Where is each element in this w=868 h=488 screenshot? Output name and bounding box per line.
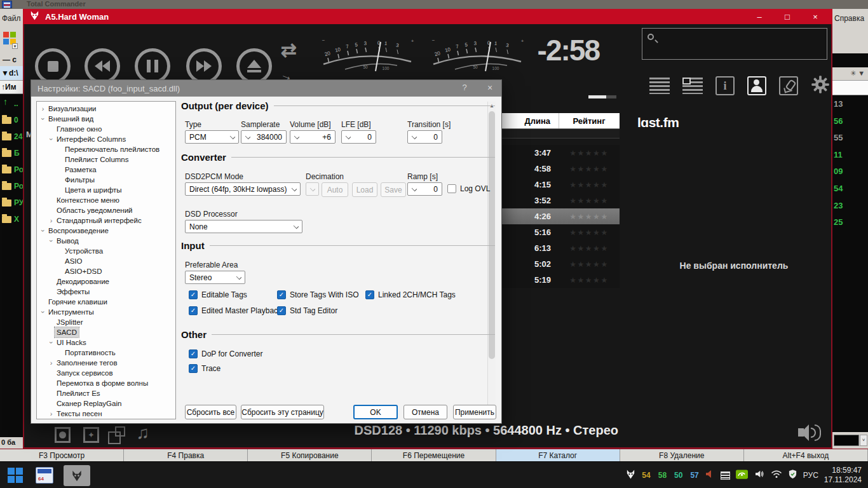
pause-button[interactable]: [135, 48, 170, 84]
nvidia-icon[interactable]: [736, 470, 748, 482]
playlist-header[interactable]: Длина Рейтинг: [501, 113, 620, 129]
cancel-button[interactable]: Отмена: [403, 405, 447, 419]
tc-menu-file[interactable]: Файл: [0, 9, 23, 28]
rating-stars-icon[interactable]: ★★★★★: [559, 228, 619, 237]
apply-button[interactable]: Применить: [453, 405, 496, 419]
playlist-row[interactable]: 5:16 ★★★★★: [501, 224, 620, 240]
tree-expander-icon[interactable]: [39, 226, 46, 236]
tc-file-row[interactable]: Ро: [0, 178, 23, 194]
tree-expander-icon[interactable]: [48, 236, 55, 246]
function-key-button[interactable]: F7 Каталог: [496, 449, 620, 461]
close-button[interactable]: ×: [811, 12, 820, 22]
stop-button[interactable]: [35, 48, 71, 84]
function-key-button[interactable]: F8 Удаление: [620, 449, 744, 461]
function-key-button[interactable]: F6 Перемещение: [372, 449, 496, 461]
checkbox[interactable]: ✓Store Tags With ISO: [277, 290, 365, 299]
next-button[interactable]: [186, 48, 222, 84]
tree-item[interactable]: ASIO+DSD: [37, 266, 175, 276]
playlist-row[interactable]: 5:02 ★★★★★: [501, 256, 620, 272]
tree-item[interactable]: Контекстное меню: [37, 195, 175, 205]
repeat-icon[interactable]: ⇄: [281, 42, 297, 58]
pattern-icon[interactable]: ✦: [83, 427, 99, 443]
log-ovl-checkbox[interactable]: Log OVL: [447, 184, 536, 193]
tc-sort-icons[interactable]: ✳ ▼: [832, 67, 868, 80]
function-key-button[interactable]: Alt+F4 выход: [744, 449, 868, 461]
tc-current-path[interactable]: ▼d:\: [0, 66, 23, 80]
eject-button[interactable]: [236, 48, 272, 84]
tree-item[interactable]: Область уведомлений: [37, 205, 175, 215]
column-length[interactable]: Длина: [501, 113, 559, 128]
checkbox[interactable]: ✓Edited Master Playback: [189, 306, 277, 315]
tree-item[interactable]: UI Hacks: [37, 337, 175, 348]
tree-item[interactable]: Стандартный интерфейс: [37, 215, 175, 226]
tree-item[interactable]: Декодирование: [37, 276, 175, 287]
tree-item[interactable]: SACD: [37, 327, 175, 337]
tree-item[interactable]: Запуск сервисов: [37, 368, 175, 378]
tree-item[interactable]: Переключатель плейлистов: [37, 144, 175, 154]
tree-expander-icon[interactable]: [39, 104, 46, 114]
function-key-button[interactable]: F4 Правка: [124, 449, 248, 461]
playlist-row[interactable]: 3:52 ★★★★★: [501, 193, 620, 208]
tree-item[interactable]: Цвета и шрифты: [37, 185, 175, 195]
samplerate-select[interactable]: 384000: [241, 130, 287, 144]
tree-item[interactable]: Интерфейс Columns: [37, 134, 175, 144]
tray-list-icon[interactable]: [721, 471, 730, 480]
clock[interactable]: 18:59:47 17.11.2024: [824, 466, 865, 485]
function-key-button[interactable]: F5 Копирование: [248, 449, 372, 461]
previous-button[interactable]: [85, 48, 120, 84]
rating-stars-icon[interactable]: ★★★★★: [559, 276, 619, 285]
start-button[interactable]: [8, 468, 23, 483]
wifi-icon[interactable]: [771, 470, 782, 481]
rating-stars-icon[interactable]: ★★★★★: [559, 244, 619, 253]
scrollbar-thumb[interactable]: [489, 111, 495, 359]
dsd-processor-select[interactable]: None: [185, 220, 302, 233]
tree-item[interactable]: Заполнение тегов: [37, 358, 175, 368]
tree-item[interactable]: Плейлист Columns: [37, 154, 175, 165]
tree-item[interactable]: Внешний вид: [37, 114, 175, 124]
gear-icon[interactable]: [811, 75, 830, 97]
tc-file-row[interactable]: ..: [0, 95, 23, 112]
rating-stars-icon[interactable]: ★★★★★: [559, 180, 619, 189]
playlist-row[interactable]: 5:19 ★★★★★: [501, 272, 620, 288]
tree-expander-icon[interactable]: [48, 134, 55, 144]
tree-item[interactable]: Визуализации: [37, 104, 175, 114]
tree-expander-icon[interactable]: [48, 215, 55, 226]
tree-item[interactable]: Перемотка в форме волны: [37, 378, 175, 388]
language-indicator[interactable]: РУС: [803, 471, 818, 480]
volume-slider[interactable]: [588, 95, 616, 98]
tree-expander-icon[interactable]: [48, 337, 55, 348]
checkbox[interactable]: ✓DoP for Converter: [189, 349, 263, 358]
volume-select[interactable]: +6: [290, 130, 336, 144]
tc-file-row[interactable]: Б: [0, 145, 23, 161]
checkbox[interactable]: ✓Trace: [189, 364, 263, 373]
rating-stars-icon[interactable]: ★★★★★: [559, 260, 619, 269]
disc-icon[interactable]: [55, 427, 71, 443]
tc-file-row[interactable]: 24: [0, 128, 23, 145]
playlist-row[interactable]: 6:13 ★★★★★: [501, 240, 620, 256]
checkbox[interactable]: ✓Std Tag Editor: [277, 306, 337, 315]
tree-item[interactable]: Сканер ReplayGain: [37, 398, 175, 409]
taskbar-foobar-active[interactable]: [64, 465, 90, 486]
tc-file-row[interactable]: 0: [0, 112, 23, 128]
tree-expander-icon[interactable]: [48, 358, 55, 368]
music-notes-icon[interactable]: ♫: [136, 424, 149, 442]
tree-item[interactable]: JSplitter: [37, 317, 175, 327]
tree-item[interactable]: Горячие клавиши: [37, 297, 175, 307]
transition-select[interactable]: 0: [407, 130, 442, 144]
chevron-down-icon[interactable]: ˅: [860, 435, 867, 446]
tc-file-row[interactable]: X: [0, 211, 23, 227]
tree-item[interactable]: Портативность: [37, 348, 175, 358]
tree-scrollbar[interactable]: ▲ ▼: [487, 102, 496, 419]
tree-item[interactable]: Фильтры: [37, 175, 175, 185]
muted-speaker-icon[interactable]: [705, 469, 715, 482]
checkbox[interactable]: ✓Editable Tags: [189, 290, 277, 299]
dsd2pcm-select[interactable]: Direct (64fp, 30kHz lowpass): [185, 182, 301, 196]
ok-button[interactable]: OK: [353, 405, 398, 419]
tree-item[interactable]: Плейлист Es: [37, 388, 175, 398]
rating-stars-icon[interactable]: ★★★★★: [559, 149, 619, 158]
column-rating[interactable]: Рейтинг: [559, 113, 619, 128]
ramp-select[interactable]: 0: [407, 182, 442, 196]
album-list-icon[interactable]: [682, 78, 703, 94]
windows-logo-icon[interactable]: ▾: [3, 32, 17, 45]
reset-all-button[interactable]: Сбросить все: [185, 405, 236, 419]
